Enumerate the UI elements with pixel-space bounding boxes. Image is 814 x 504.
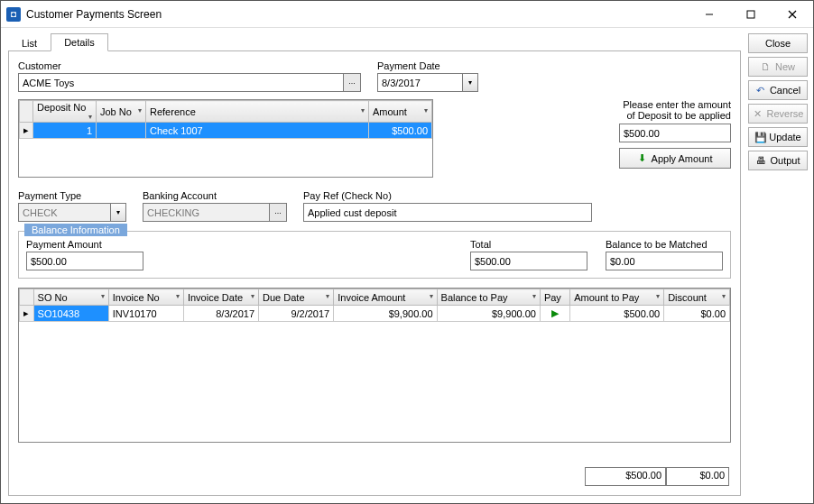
- apply-amount-label: Apply Amount: [652, 153, 713, 164]
- cell-invoice-amount[interactable]: $9,900.00: [334, 306, 437, 322]
- cell-so-no[interactable]: SO10438: [33, 306, 108, 322]
- col-due-date[interactable]: Due Date: [263, 292, 304, 303]
- save-icon: 💾: [754, 132, 765, 143]
- deposit-grid[interactable]: Deposit No▾ Job No▾ Reference▾ Amount▾ ▸…: [18, 99, 433, 178]
- invoice-grid-corner: [20, 289, 34, 306]
- main-pane: List Details Customer ACME Toys ··· Paym…: [1, 28, 748, 503]
- invoice-grid-blank: [19, 322, 730, 443]
- titlebar: ◘ Customer Payments Screen: [1, 1, 813, 28]
- pay-ref-input[interactable]: Applied cust deposit: [303, 203, 592, 222]
- customer-input[interactable]: ACME Toys: [18, 73, 343, 92]
- footer-totals: $500.00 $0.00: [585, 467, 729, 486]
- filter-icon[interactable]: ▾: [424, 106, 428, 115]
- update-button[interactable]: 💾Update: [748, 127, 808, 147]
- deposit-prompt-2: of Deposit to be applied: [550, 110, 731, 121]
- tabs-row: List Details: [8, 32, 741, 51]
- col-job-no[interactable]: Job No: [100, 106, 132, 117]
- row-indicator-icon: ▸: [20, 306, 34, 322]
- filter-icon[interactable]: ▾: [176, 292, 180, 300]
- payment-date-input[interactable]: 8/3/2017: [377, 73, 462, 92]
- filter-icon[interactable]: ▾: [88, 113, 92, 121]
- payment-date-label: Payment Date: [377, 60, 478, 71]
- balance-group: Balance Information Payment Amount $500.…: [18, 231, 731, 279]
- new-icon: 🗋: [761, 61, 772, 72]
- cell-amount[interactable]: $500.00: [369, 123, 432, 139]
- payment-amount-value[interactable]: $500.00: [26, 252, 143, 270]
- banking-account-input: CHECKING: [143, 203, 269, 222]
- tab-details[interactable]: Details: [51, 33, 108, 51]
- filter-icon[interactable]: ▾: [722, 292, 726, 300]
- total-value: $500.00: [470, 252, 587, 270]
- col-discount[interactable]: Discount: [668, 292, 707, 303]
- cell-due-date[interactable]: 9/2/2017: [259, 306, 334, 322]
- payment-date-field[interactable]: 8/3/2017 ▾: [377, 73, 478, 92]
- customer-payments-window: ◘ Customer Payments Screen List Details …: [0, 0, 814, 504]
- invoice-row[interactable]: ▸ SO10438 INV10170 8/3/2017 9/2/2017 $9,…: [20, 306, 730, 322]
- cell-invoice-date[interactable]: 8/3/2017: [183, 306, 258, 322]
- cell-balance-to-pay[interactable]: $9,900.00: [437, 306, 540, 322]
- minimize-button[interactable]: [689, 1, 730, 28]
- deposit-prompt-1: Please enter the amount: [550, 99, 731, 110]
- apply-arrow-icon: ⬇: [638, 152, 646, 164]
- col-deposit-no[interactable]: Deposit No: [37, 102, 86, 113]
- payment-type-input: CHECK: [18, 203, 110, 222]
- col-pay[interactable]: Pay: [544, 292, 561, 303]
- footer-amount-to-pay: $500.00: [585, 467, 666, 486]
- footer-discount: $0.00: [666, 467, 729, 486]
- cell-deposit-no[interactable]: 1: [33, 123, 97, 139]
- col-invoice-date[interactable]: Invoice Date: [188, 292, 243, 303]
- col-amount[interactable]: Amount: [373, 106, 407, 117]
- details-content: Customer ACME Toys ··· Payment Date 8/3/…: [8, 51, 741, 496]
- col-balance-to-pay[interactable]: Balance to Pay: [441, 292, 508, 303]
- filter-icon[interactable]: ▾: [532, 292, 536, 300]
- customer-lookup[interactable]: ACME Toys ···: [18, 73, 361, 92]
- filter-icon[interactable]: ▾: [101, 292, 105, 300]
- banking-account-field: CHECKING ···: [143, 203, 287, 222]
- col-invoice-amount[interactable]: Invoice Amount: [338, 292, 405, 303]
- balance-legend: Balance Information: [24, 224, 127, 236]
- customer-lookup-button[interactable]: ···: [343, 73, 361, 92]
- payment-type-label: Payment Type: [18, 190, 126, 201]
- side-pane: Close 🗋New ↶Cancel ✕Reverse 💾Update 🖶Out…: [748, 28, 813, 503]
- deposit-row[interactable]: ▸ 1 Check 1007 $500.00: [20, 123, 432, 139]
- col-so-no[interactable]: SO No: [38, 292, 68, 303]
- apply-amount-button[interactable]: ⬇ Apply Amount: [619, 148, 731, 169]
- cell-job-no[interactable]: [97, 123, 146, 139]
- cell-invoice-no[interactable]: INV10170: [108, 306, 183, 322]
- payment-type-field: CHECK ▾: [18, 203, 126, 222]
- cell-discount[interactable]: $0.00: [664, 306, 730, 322]
- pay-arrow-icon[interactable]: ▶: [540, 306, 569, 322]
- payment-date-dropdown-button[interactable]: ▾: [462, 73, 478, 92]
- filter-icon[interactable]: ▾: [430, 292, 433, 300]
- undo-icon: ↶: [755, 85, 766, 96]
- output-button[interactable]: 🖶Output: [748, 151, 808, 170]
- reverse-icon: ✕: [753, 108, 763, 120]
- deposit-amount-input[interactable]: $500.00: [619, 124, 731, 142]
- maximize-button[interactable]: [730, 1, 772, 28]
- filter-icon[interactable]: ▾: [138, 106, 142, 115]
- total-label: Total: [470, 239, 587, 250]
- balance-to-match-label: Balance to be Matched: [606, 239, 723, 250]
- filter-icon[interactable]: ▾: [251, 292, 254, 300]
- col-amount-to-pay[interactable]: Amount to Pay: [574, 292, 639, 303]
- filter-icon[interactable]: ▾: [326, 292, 329, 300]
- filter-icon[interactable]: ▾: [361, 106, 365, 115]
- close-button[interactable]: Close: [748, 33, 808, 53]
- new-button: 🗋New: [748, 57, 808, 77]
- balance-to-match-value: $0.00: [606, 252, 723, 270]
- col-reference[interactable]: Reference: [150, 106, 196, 117]
- banking-account-label: Banking Account: [143, 190, 287, 201]
- filter-icon[interactable]: ▾: [656, 292, 660, 300]
- invoice-grid[interactable]: SO No▾ Invoice No▾ Invoice Date▾ Due Dat…: [18, 288, 731, 443]
- deposit-grid-corner: [20, 101, 33, 123]
- close-window-button[interactable]: [772, 1, 813, 28]
- cell-reference[interactable]: Check 1007: [146, 123, 369, 139]
- app-icon: ◘: [6, 7, 21, 22]
- tab-list[interactable]: List: [8, 34, 51, 51]
- cancel-button[interactable]: ↶Cancel: [748, 80, 808, 100]
- col-invoice-no[interactable]: Invoice No: [113, 292, 160, 303]
- body-area: List Details Customer ACME Toys ··· Paym…: [1, 28, 813, 503]
- cell-amount-to-pay[interactable]: $500.00: [570, 306, 664, 322]
- banking-account-lookup-button: ···: [269, 203, 287, 222]
- output-icon: 🖶: [755, 155, 766, 166]
